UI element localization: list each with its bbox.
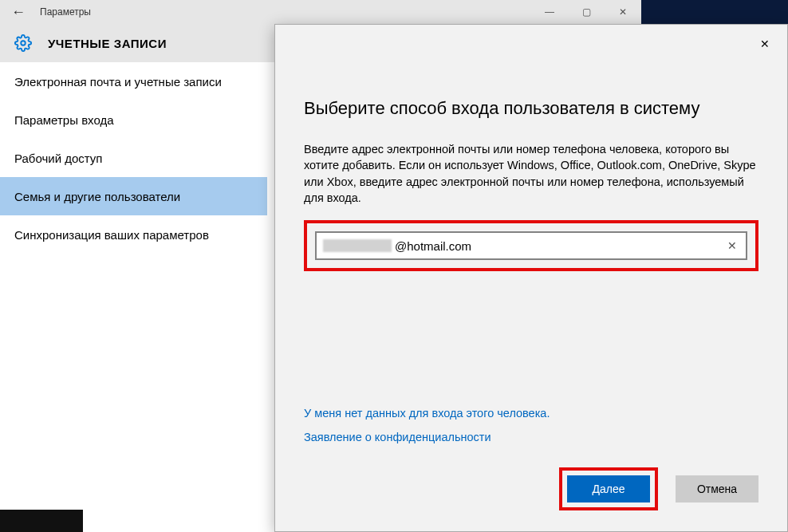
- sidebar-item-email-accounts[interactable]: Электронная почта и учетные записи: [0, 62, 267, 100]
- input-highlight-annotation: ✕: [304, 220, 758, 271]
- link-privacy-statement[interactable]: Заявление о конфиденциальности: [304, 431, 550, 443]
- settings-heading: УЧЕТНЫЕ ЗАПИСИ: [48, 37, 167, 50]
- window-title: Параметры: [37, 6, 531, 18]
- link-no-signin-data[interactable]: У меня нет данных для входа этого челове…: [304, 407, 550, 420]
- close-button[interactable]: ✕: [605, 0, 641, 24]
- add-user-dialog: ✕ Выберите способ входа пользователя в с…: [274, 24, 788, 532]
- taskbar-fragment: [0, 510, 83, 532]
- sidebar: Электронная почта и учетные записи Парам…: [0, 62, 267, 254]
- back-button[interactable]: ←: [0, 4, 37, 21]
- sidebar-item-signin-options[interactable]: Параметры входа: [0, 100, 267, 139]
- sidebar-item-family-users[interactable]: Семья и другие пользователи: [0, 177, 267, 215]
- sidebar-item-work-access[interactable]: Рабочий доступ: [0, 139, 267, 177]
- redacted-text: [323, 239, 392, 252]
- next-button[interactable]: Далее: [567, 475, 650, 502]
- gear-icon: [14, 34, 32, 52]
- email-field[interactable]: [393, 239, 719, 253]
- sidebar-item-sync-settings[interactable]: Синхронизация ваших параметров: [0, 215, 267, 254]
- dialog-title: Выберите способ входа пользователя в сис…: [304, 98, 758, 119]
- svg-point-0: [21, 41, 26, 45]
- email-input-wrapper: ✕: [315, 231, 747, 260]
- clear-input-icon[interactable]: ✕: [719, 239, 746, 252]
- dialog-description: Введите адрес электронной почты или номе…: [304, 141, 758, 206]
- minimize-button[interactable]: —: [531, 0, 568, 24]
- dialog-close-button[interactable]: ✕: [749, 31, 781, 57]
- maximize-button[interactable]: ▢: [568, 0, 605, 24]
- settings-titlebar: ← Параметры — ▢ ✕: [0, 0, 641, 24]
- next-button-highlight-annotation: Далее: [559, 467, 658, 510]
- cancel-button[interactable]: Отмена: [676, 475, 758, 502]
